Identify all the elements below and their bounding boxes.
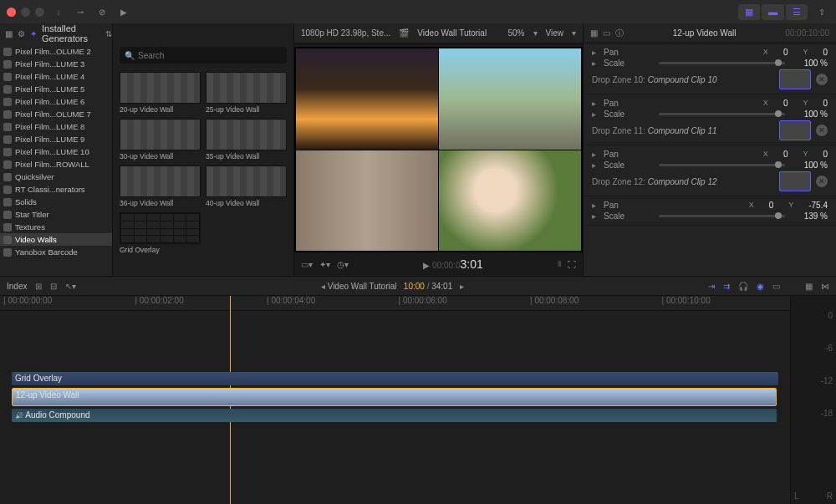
sidebar-item[interactable]: Yanobox Barcode xyxy=(0,246,112,258)
viewer-canvas[interactable] xyxy=(294,47,583,252)
generators-icon[interactable]: ✦ xyxy=(30,29,37,38)
generator-item[interactable]: 25-up Video Wall xyxy=(206,72,287,114)
adjust-icon[interactable]: ▭▾ xyxy=(301,260,313,269)
sidebar-item[interactable]: Pixel Film...LUME 5 xyxy=(0,83,112,95)
generator-label: 25-up Video Wall xyxy=(206,105,287,114)
sidebar-item[interactable]: Pixel Film...LUME 8 xyxy=(0,120,112,133)
viewer-panel: 1080p HD 23.98p, Ste... 🎬 Video Wall Tut… xyxy=(294,23,583,276)
inspector-title: 12-up Video Wall xyxy=(629,28,780,38)
video-tab-icon[interactable]: ▦ xyxy=(590,28,598,38)
index-button[interactable]: Index xyxy=(7,282,27,291)
trim-icon[interactable]: ⊞ xyxy=(35,282,42,291)
generator-label: 30-up Video Wall xyxy=(120,152,201,160)
generator-label: 36-up Video Wall xyxy=(120,199,201,207)
zoom-icon[interactable] xyxy=(35,8,44,17)
clip-appearance-icon[interactable]: ▭ xyxy=(772,282,780,291)
play-button[interactable]: ▶ xyxy=(423,261,430,270)
sidebar-item[interactable]: RT Classi...nerators xyxy=(0,183,112,196)
drop-zone-thumb[interactable] xyxy=(779,69,811,89)
drop-zone-group: ▸PanX0Y0▸Scale100 %Drop Zone 12: Compoun… xyxy=(584,145,836,196)
zoom-menu[interactable]: 50% xyxy=(507,28,524,38)
photos-icon[interactable]: ⚙ xyxy=(18,29,25,38)
timeline[interactable]: | 00:00:00:00| 00:00:02:00| 00:00:04:00|… xyxy=(0,296,836,504)
clear-icon[interactable]: ✕ xyxy=(816,125,828,136)
inspector: ▦ ▭ ⓘ 12-up Video Wall 00:00:10:00 ▸PanX… xyxy=(583,23,836,276)
skimming-icon[interactable]: ⇉ xyxy=(723,282,730,291)
sidebar-item[interactable]: Pixel Film...OLUME 7 xyxy=(0,108,112,120)
snap-icon[interactable]: ⇥ xyxy=(708,282,715,291)
drop-zone-thumb[interactable] xyxy=(779,120,811,140)
inspector-toggle[interactable]: ☰ xyxy=(786,4,808,20)
browser-title[interactable]: Installed Generators xyxy=(42,23,100,43)
minimize-icon[interactable] xyxy=(21,8,30,17)
timeline-toggle[interactable]: ▬ xyxy=(762,4,784,20)
format-label: 1080p HD 23.98p, Ste... xyxy=(301,28,390,38)
sidebar-item[interactable]: Pixel Film...LUME 4 xyxy=(0,70,112,83)
solo-icon[interactable]: ◉ xyxy=(757,282,764,291)
close-icon[interactable] xyxy=(7,8,16,17)
timeline-current: 10:00 xyxy=(404,282,425,291)
clip-main[interactable]: 12-up Video Wall xyxy=(12,388,777,406)
keyword-icon[interactable]: ⊸ xyxy=(73,8,88,17)
clip-duration: 00:00:10:00 xyxy=(785,28,829,38)
loop-icon[interactable]: ⦀ xyxy=(558,259,561,269)
import-icon[interactable]: ↓ xyxy=(51,8,66,17)
generator-label: 35-up Video Wall xyxy=(206,152,287,160)
effects-icon[interactable]: ✦▾ xyxy=(319,260,330,269)
view-menu[interactable]: View xyxy=(546,28,564,38)
search-icon: 🔍 xyxy=(125,51,135,60)
generator-item[interactable]: 36-up Video Wall xyxy=(120,165,201,207)
generator-item[interactable]: 20-up Video Wall xyxy=(120,72,201,114)
effects-browser-icon[interactable]: ▦ xyxy=(805,282,813,291)
generator-item[interactable]: 30-up Video Wall xyxy=(120,119,201,160)
sidebar-item[interactable]: Pixel Film...LUME 9 xyxy=(0,133,112,145)
timecode[interactable]: 00:00:03:01 xyxy=(432,261,483,270)
sidebar-item[interactable]: Pixel Film...OLUME 2 xyxy=(0,45,112,58)
history-back-icon[interactable]: ◂ xyxy=(321,282,325,291)
retime-icon[interactable]: ◷▾ xyxy=(337,260,349,269)
tools-icon[interactable]: ⊟ xyxy=(50,282,57,291)
info-tab-icon[interactable]: ⓘ xyxy=(615,28,624,39)
viewer-quadrant xyxy=(296,48,438,150)
generator-item[interactable]: Grid Overlay xyxy=(120,212,201,254)
generator-tab-icon[interactable]: ▭ xyxy=(603,28,610,38)
sidebar-item[interactable]: Pixel Film...LUME 6 xyxy=(0,95,112,108)
bg-tasks-icon[interactable]: ⊘ xyxy=(94,8,110,17)
sidebar-item[interactable]: Pixel Film...ROWALL xyxy=(0,158,112,171)
clapper-icon[interactable]: 🎬 xyxy=(399,28,409,38)
sidebar-item[interactable]: Pixel Film...LUME 3 xyxy=(0,58,112,70)
drop-zone-thumb[interactable] xyxy=(779,171,811,191)
titlebar: ↓ ⊸ ⊘ ▶ ▦ ▬ ☰ ⇪ xyxy=(0,0,836,23)
audio-skim-icon[interactable]: 🎧 xyxy=(738,282,748,291)
clip-audio[interactable]: 🔊 Audio Compound xyxy=(12,409,777,422)
sort-icon[interactable]: ⇅ xyxy=(105,29,112,38)
workspace-buttons: ▦ ▬ ☰ xyxy=(738,4,808,20)
generator-item[interactable]: 40-up Video Wall xyxy=(206,165,287,207)
sidebar: ▦ ⚙ ✦ Installed Generators ⇅ Pixel Film.… xyxy=(0,23,113,276)
time-ruler[interactable]: | 00:00:00:00| 00:00:02:00| 00:00:04:00|… xyxy=(0,296,790,311)
sidebar-item[interactable]: Video Walls xyxy=(0,233,112,246)
sidebar-item[interactable]: Star Titler xyxy=(0,208,112,221)
clear-icon[interactable]: ✕ xyxy=(816,176,828,187)
generator-label: 20-up Video Wall xyxy=(120,105,201,114)
sidebar-item[interactable]: Quicksilver xyxy=(0,171,112,183)
browser-toggle[interactable]: ▦ xyxy=(738,4,760,20)
generator-label: 40-up Video Wall xyxy=(206,199,287,207)
generator-item[interactable]: 35-up Video Wall xyxy=(206,119,287,160)
library-icon[interactable]: ▦ xyxy=(5,29,13,38)
play-icon[interactable]: ▶ xyxy=(116,8,131,17)
sidebar-item[interactable]: Solids xyxy=(0,196,112,208)
sidebar-item[interactable]: Textures xyxy=(0,221,112,233)
clear-icon[interactable]: ✕ xyxy=(816,74,828,85)
search-input[interactable]: 🔍 Search xyxy=(120,47,287,64)
fullscreen-icon[interactable]: ⛶ xyxy=(568,260,576,269)
sidebar-item[interactable]: Pixel Film...LUME 10 xyxy=(0,145,112,158)
timeline-header: Index ⊞ ⊟ ↖▾ ◂ Video Wall Tutorial 10:00… xyxy=(0,276,836,296)
transitions-icon[interactable]: ⋈ xyxy=(821,282,829,291)
chevron-down-icon[interactable]: ▾ xyxy=(533,28,538,38)
clip-overlay[interactable]: Grid Overlay xyxy=(12,372,778,385)
share-icon[interactable]: ⇪ xyxy=(814,8,829,17)
history-fwd-icon[interactable]: ▸ xyxy=(455,282,464,291)
chevron-down-icon[interactable]: ▾ xyxy=(572,28,576,38)
arrow-tool-icon[interactable]: ↖▾ xyxy=(65,282,76,291)
